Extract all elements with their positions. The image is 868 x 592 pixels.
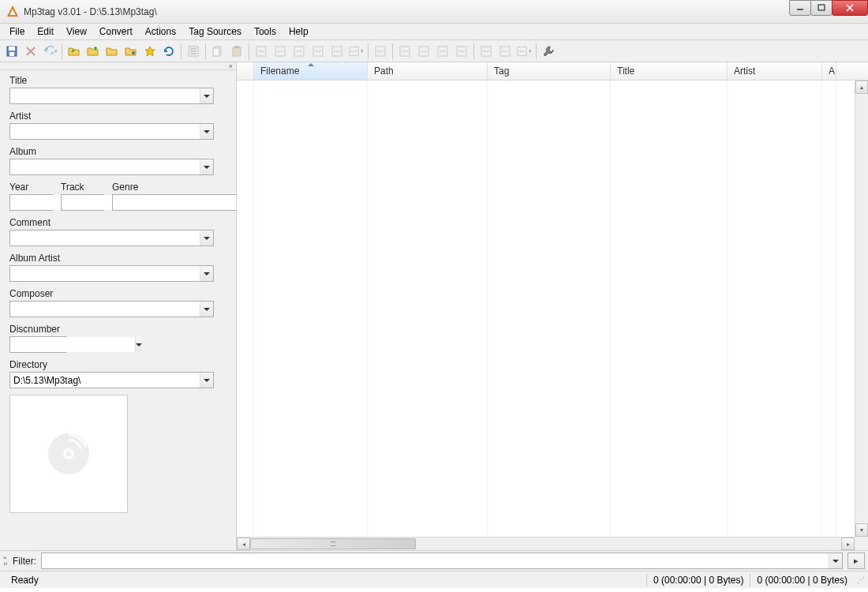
textfile-to-tag-icon xyxy=(309,43,327,60)
filelist-vertical-scrollbar[interactable]: ▴ ▾ xyxy=(855,81,868,537)
case-icon xyxy=(434,43,451,60)
undo-icon: ▾ xyxy=(41,43,58,60)
scroll-right-icon[interactable]: ▸ xyxy=(841,538,855,550)
add-folder-icon[interactable] xyxy=(84,43,102,60)
tag-panel: × Title Artist Album Year Track Genre Co… xyxy=(0,62,237,550)
comment-label: Comment xyxy=(9,217,214,228)
column-headers: FilenamePathTagTitleArtistA xyxy=(237,62,868,81)
title-label: Title xyxy=(9,75,214,86)
svg-rect-8 xyxy=(190,51,196,52)
column-filename[interactable]: Filename xyxy=(254,62,368,80)
track-label: Track xyxy=(61,182,104,193)
delete-icon xyxy=(22,43,39,60)
genre-field[interactable] xyxy=(112,194,236,211)
column-tag[interactable]: Tag xyxy=(488,62,611,80)
scroll-up-icon[interactable]: ▴ xyxy=(855,81,868,94)
window-titlebar: Mp3tag v3.01 - D:\5.13\Mp3tag\ xyxy=(0,0,868,24)
comment-field[interactable] xyxy=(9,230,214,246)
menu-help[interactable]: Help xyxy=(282,24,315,39)
autonumber-icon xyxy=(396,43,413,60)
column-title[interactable]: Title xyxy=(611,62,728,80)
refresh-icon[interactable] xyxy=(160,43,178,60)
composer-field[interactable] xyxy=(9,301,214,317)
album-field[interactable] xyxy=(9,159,214,175)
web-source-icon xyxy=(496,43,514,60)
tools-icon[interactable] xyxy=(540,43,557,60)
web-source-quick-icon: ▾ xyxy=(515,43,533,60)
panel-close-icon[interactable]: × xyxy=(227,63,234,69)
menu-file[interactable]: File xyxy=(3,24,31,39)
filter-close-icon[interactable]: × xyxy=(3,555,8,560)
dropdown-icon[interactable] xyxy=(200,230,213,245)
minimize-button[interactable] xyxy=(789,0,811,16)
artist-field[interactable] xyxy=(9,123,214,140)
year-field[interactable] xyxy=(9,194,53,211)
menu-tag-sources[interactable]: Tag Sources xyxy=(182,24,248,39)
select-all-icon xyxy=(185,43,202,60)
filter-go-button[interactable] xyxy=(847,553,865,569)
album-label: Album xyxy=(9,146,214,157)
filter-field[interactable] xyxy=(41,553,843,569)
dropdown-icon[interactable] xyxy=(829,553,842,568)
row-header-col[interactable] xyxy=(237,62,254,80)
svg-rect-1 xyxy=(818,5,825,10)
scroll-down-icon[interactable]: ▾ xyxy=(855,523,868,537)
albumartist-field[interactable] xyxy=(9,265,214,282)
file-list: FilenamePathTagTitleArtistA ▴ ▾ ◂ ▸ xyxy=(237,62,868,550)
svg-point-30 xyxy=(66,451,71,456)
tag-panel-header: × xyxy=(0,62,236,70)
menu-view[interactable]: View xyxy=(60,24,93,39)
column-artist[interactable]: Artist xyxy=(728,62,822,80)
close-button[interactable] xyxy=(832,0,868,16)
menu-tools[interactable]: Tools xyxy=(248,24,282,39)
filter-bar: ×⠶ Filter: xyxy=(0,550,868,571)
discnumber-label: Discnumber xyxy=(9,324,214,335)
filelist-horizontal-scrollbar[interactable]: ◂ ▸ xyxy=(237,537,855,550)
open-folder-icon[interactable] xyxy=(65,43,83,60)
svg-rect-11 xyxy=(213,48,219,56)
directory-label: Directory xyxy=(9,359,214,370)
dropdown-icon[interactable] xyxy=(200,159,213,174)
save-icon[interactable] xyxy=(3,43,21,60)
dropdown-icon[interactable] xyxy=(200,373,213,388)
playlist-folder-icon[interactable] xyxy=(122,43,140,60)
dropdown-icon[interactable] xyxy=(200,88,213,103)
album-art-placeholder[interactable] xyxy=(9,395,128,513)
track-field[interactable] xyxy=(61,194,104,211)
menu-edit[interactable]: Edit xyxy=(31,24,60,39)
dropdown-icon[interactable] xyxy=(135,337,142,352)
menubar: FileEditViewConvertActionsTag SourcesToo… xyxy=(0,24,868,40)
year-label: Year xyxy=(9,182,53,193)
dropdown-icon[interactable] xyxy=(200,124,213,139)
filter-grip-icon[interactable]: ⠶ xyxy=(3,561,8,567)
discnumber-field[interactable] xyxy=(9,336,66,353)
favorite-icon[interactable] xyxy=(141,43,159,60)
scroll-thumb[interactable] xyxy=(250,538,416,549)
status-stats2: 0 (00:00:00 | 0 Bytes) xyxy=(750,575,854,586)
column-path[interactable]: Path xyxy=(368,62,488,80)
action-quick-icon: ▾ xyxy=(347,43,365,60)
status-ready: Ready xyxy=(5,575,45,586)
genre-label: Genre xyxy=(112,182,236,193)
scroll-left-icon[interactable]: ◂ xyxy=(237,538,250,550)
folder-up-icon[interactable] xyxy=(103,43,121,60)
title-field[interactable] xyxy=(9,88,214,104)
column-a[interactable]: A xyxy=(822,62,836,80)
window-title: Mp3tag v3.01 - D:\5.13\Mp3tag\ xyxy=(24,6,157,17)
menu-convert[interactable]: Convert xyxy=(93,24,139,39)
dropdown-icon[interactable] xyxy=(200,266,213,281)
artist-label: Artist xyxy=(9,111,214,122)
svg-rect-12 xyxy=(233,47,241,56)
dropdown-icon[interactable] xyxy=(200,302,213,317)
resize-grip-icon[interactable]: ⋰ xyxy=(857,575,863,584)
directory-field[interactable] xyxy=(9,372,214,388)
maximize-button[interactable] xyxy=(810,0,832,16)
scroll-corner xyxy=(855,537,868,550)
svg-rect-9 xyxy=(190,53,196,54)
tag-to-filename-icon xyxy=(253,43,270,60)
menu-actions[interactable]: Actions xyxy=(139,24,182,39)
toolbar: ▾▾▾ xyxy=(0,40,868,62)
playlist-icon xyxy=(477,43,495,60)
app-icon xyxy=(6,6,19,18)
svg-rect-4 xyxy=(9,52,14,56)
